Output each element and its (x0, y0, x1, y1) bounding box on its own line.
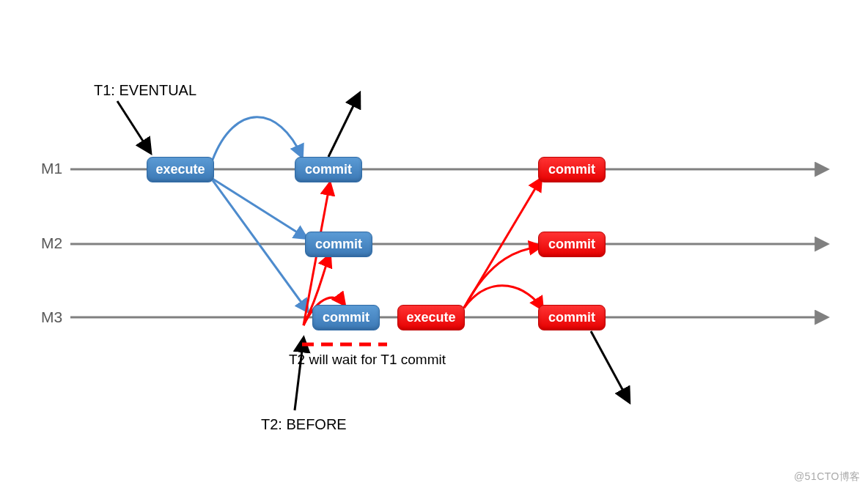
t2-label: T2: BEFORE (261, 416, 347, 433)
t1-exit-arrow (328, 94, 359, 157)
t1-commit-m3-node: commit (312, 305, 380, 330)
t1-commit-m2-node: commit (305, 232, 372, 257)
t2-commit-m1-node: commit (538, 157, 606, 182)
lane-label-m3: M3 (41, 308, 62, 326)
arrows-layer (0, 0, 868, 488)
t2-execute-node: execute (397, 305, 465, 330)
t2-commit-m2-node: commit (538, 232, 606, 257)
t1-commit-m1-node: commit (295, 157, 362, 182)
t2-commit-m3-node: commit (538, 305, 606, 330)
t2-exec-to-m1commit (464, 179, 541, 308)
t2-wait-note: T2 will wait for T1 commit (289, 352, 446, 368)
t2-exec-to-m3commit (464, 286, 542, 309)
t1-execute-node: execute (147, 157, 214, 182)
t2-exit-arrow (591, 331, 629, 402)
t2-label-arrow (295, 339, 304, 410)
t1-label-arrow (117, 101, 150, 152)
lane-label-m1: M1 (41, 160, 62, 177)
diagram-canvas: M1 M2 M3 (0, 0, 868, 488)
lane-label-m2: M2 (41, 234, 62, 252)
t1-exec-to-m2commit (213, 179, 306, 238)
watermark: @51CTO博客 (794, 470, 861, 484)
t1-exec-to-m1commit (213, 117, 302, 160)
t1-label: T1: EVENTUAL (94, 82, 196, 99)
t1-exec-to-m3commit (213, 180, 308, 311)
t2-exec-to-m2commit (464, 246, 541, 308)
